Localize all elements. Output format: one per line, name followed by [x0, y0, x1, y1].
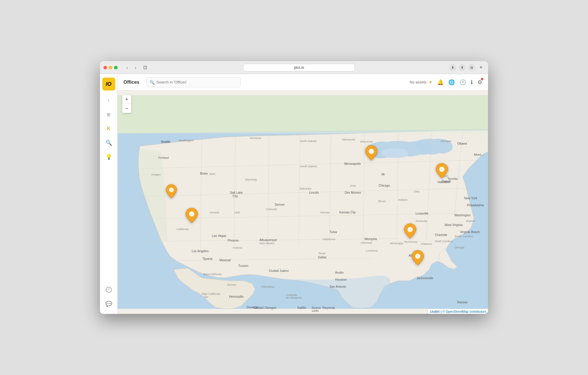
sidebar-item-help[interactable]: ? — [102, 283, 115, 296]
svg-text:León: León — [312, 309, 319, 312]
settings-icon[interactable]: ⚙ — [477, 79, 482, 86]
map[interactable]: Seattle Washington Portland Oregon Boise… — [118, 91, 488, 314]
svg-text:Tennessee: Tennessee — [404, 240, 417, 243]
miami-marker[interactable] — [411, 250, 424, 267]
map-svg: Seattle Washington Portland Oregon Boise… — [118, 91, 488, 314]
search-bar-icon: 🔍 — [150, 80, 155, 85]
lightbulb-icon: 💡 — [106, 154, 112, 160]
svg-text:Tucson: Tucson — [238, 264, 248, 267]
svg-point-112 — [439, 167, 445, 172]
svg-text:Toronto: Toronto — [447, 177, 458, 180]
osm-link[interactable]: © OpenStreetMap contributors — [442, 310, 486, 313]
jacksonville-marker[interactable] — [404, 223, 417, 240]
san-francisco-marker[interactable] — [166, 184, 177, 200]
svg-text:Mont...: Mont... — [474, 153, 483, 157]
svg-text:Nassau: Nassau — [457, 300, 468, 304]
svg-text:Jacksonville: Jacksonville — [417, 277, 433, 280]
svg-text:Virginia Beach: Virginia Beach — [460, 230, 480, 234]
svg-text:Saltillo: Saltillo — [297, 306, 306, 309]
svg-text:Salt Lake: Salt Lake — [230, 191, 243, 194]
url-input[interactable] — [243, 64, 355, 71]
svg-text:Tijuana: Tijuana — [202, 257, 212, 260]
info-icon[interactable]: ℹ — [471, 79, 473, 86]
globe-icon[interactable]: 🌐 — [448, 79, 455, 86]
svg-text:Iowa: Iowa — [350, 184, 356, 188]
svg-text:Dallas: Dallas — [318, 255, 327, 259]
svg-text:Charlotte: Charlotte — [435, 233, 447, 237]
svg-text:Chicago: Chicago — [379, 184, 390, 188]
svg-text:Montana: Montana — [250, 136, 261, 140]
download-icon[interactable]: ⬇ — [449, 64, 456, 71]
search-input[interactable] — [156, 80, 237, 84]
svg-point-109 — [169, 188, 174, 192]
sidebar-item-search[interactable]: 🔍 — [102, 136, 115, 149]
page-title: Offices — [123, 80, 139, 85]
svg-text:Alabama: Alabama — [420, 242, 432, 245]
svg-text:Sur: Sur — [204, 295, 209, 298]
sidebar-item-insights[interactable]: 💡 — [102, 150, 115, 163]
washington-marker[interactable] — [435, 163, 448, 180]
traffic-lights — [103, 66, 118, 69]
svg-text:Nevada: Nevada — [210, 211, 219, 214]
sidebar-item-upload[interactable]: ↑ — [102, 94, 115, 107]
svg-text:Wyoming: Wyoming — [245, 178, 257, 181]
app-logo[interactable]: IO — [102, 78, 115, 91]
svg-text:Minnesota: Minnesota — [342, 138, 355, 141]
svg-text:Portland: Portland — [158, 156, 169, 159]
svg-text:San Antonio: San Antonio — [330, 285, 346, 288]
share-icon[interactable]: ⬆ — [459, 64, 466, 71]
history-icon[interactable]: 🕐 — [460, 79, 466, 86]
svg-text:Wisconsin: Wisconsin — [360, 140, 373, 143]
upload-icon: ↑ — [107, 98, 110, 104]
svg-text:Albuquerque: Albuquerque — [259, 238, 277, 242]
svg-text:Mexicali: Mexicali — [220, 258, 231, 262]
svg-text:Indiana: Indiana — [398, 198, 407, 201]
svg-text:de Zaragoza: de Zaragoza — [286, 296, 302, 299]
svg-text:Mi: Mi — [381, 173, 385, 176]
svg-text:Austin: Austin — [335, 271, 344, 274]
close-button[interactable] — [103, 66, 107, 69]
filter-icon[interactable]: ▼ — [428, 80, 432, 85]
svg-text:Kansas: Kansas — [320, 211, 330, 214]
svg-text:New York: New York — [464, 196, 477, 200]
sidebar: IO ↑ ⊞ K 🔍 💡 ? 💬 — [100, 74, 118, 314]
svg-text:Louisiana: Louisiana — [366, 249, 378, 252]
svg-text:Virginia: Virginia — [466, 219, 475, 222]
notification-icon[interactable]: 🔔 — [437, 79, 444, 86]
new-tab-button[interactable]: + — [477, 64, 485, 71]
svg-text:Washington: Washington — [179, 139, 193, 142]
zoom-out-button[interactable]: − — [122, 104, 131, 113]
settings-badge — [481, 78, 483, 80]
svg-text:Los Angeles: Los Angeles — [192, 249, 208, 253]
maximize-button[interactable] — [114, 66, 118, 69]
svg-text:Michigan: Michigan — [440, 139, 452, 143]
fullscreen-icon[interactable]: ⧉ — [468, 64, 475, 71]
los-angeles-marker[interactable] — [185, 207, 198, 225]
svg-text:Minneapolis: Minneapolis — [344, 162, 361, 165]
svg-text:Denver: Denver — [275, 203, 285, 206]
svg-text:City: City — [233, 194, 238, 198]
zoom-in-button[interactable]: + — [122, 95, 131, 104]
svg-text:Durango: Durango — [247, 305, 258, 309]
nav-buttons: ‹ › — [122, 65, 138, 71]
svg-text:Chihuahua: Chihuahua — [261, 285, 274, 288]
zoom-controls: + − — [122, 95, 131, 113]
leaflet-link[interactable]: Leaflet — [430, 310, 440, 313]
sidebar-item-assets[interactable]: ⊞ — [102, 108, 115, 121]
header-icons: 🔔 🌐 🕐 ℹ ⚙ — [437, 79, 482, 86]
svg-text:Texas: Texas — [318, 252, 326, 255]
chicago-marker[interactable] — [365, 145, 378, 162]
app-window: ‹ › ⊡ ⬇ ⬆ ⧉ + IO ↑ ⊞ K — [100, 61, 488, 314]
minimize-button[interactable] — [109, 66, 112, 69]
map-container: Seattle Washington Portland Oregon Boise… — [118, 91, 488, 314]
sidebar-item-k[interactable]: K — [102, 122, 115, 135]
sidebar-toggle-button[interactable]: ⊡ — [141, 64, 149, 71]
svg-text:Kentucky: Kentucky — [416, 219, 427, 222]
svg-text:Ciudad Juárez: Ciudad Juárez — [269, 269, 289, 272]
titlebar: ‹ › ⊡ ⬇ ⬆ ⧉ + — [100, 61, 488, 74]
svg-text:South Dakota: South Dakota — [300, 165, 317, 168]
forward-button[interactable]: › — [133, 65, 138, 71]
sidebar-item-chat[interactable]: 💬 — [102, 297, 115, 310]
k-icon: K — [107, 126, 111, 131]
back-button[interactable]: ‹ — [125, 65, 130, 71]
